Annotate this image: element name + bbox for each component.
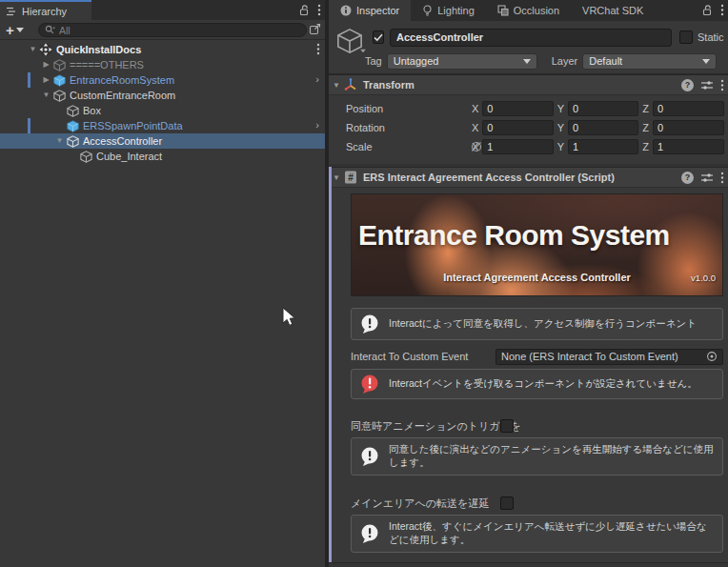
axis-y-label[interactable]: Y <box>557 141 564 152</box>
inspector-tabbar: Inspector Lighting Occlusion VRChat SDK <box>329 0 728 21</box>
presets-icon[interactable] <box>700 172 714 184</box>
expander-icon[interactable]: ▶ <box>40 57 52 72</box>
gameobject-name-input[interactable] <box>390 29 672 47</box>
axis-z-label[interactable]: Z <box>642 103 649 114</box>
cube-icon <box>52 90 66 102</box>
hierarchy-item-others[interactable]: ▶ =====OTHERS <box>0 57 325 72</box>
scale-y-input[interactable] <box>568 139 638 154</box>
transform-title: Transform <box>363 79 415 91</box>
transform-header[interactable]: ▼ Transform ? <box>329 74 728 95</box>
gameobject-cube-icon[interactable] <box>336 28 363 54</box>
tab-lighting[interactable]: Lighting <box>411 0 486 21</box>
hierarchy-item-quickinstalldocs[interactable]: ▼ QuickInstallDocs <box>0 42 325 57</box>
kebab-menu-icon[interactable] <box>720 172 724 184</box>
position-row: Position X Y Z <box>329 99 728 118</box>
chevron-down-icon <box>702 59 710 64</box>
tab-occlusion[interactable]: Occlusion <box>486 0 571 21</box>
inspector-panel: Inspector Lighting Occlusion VRChat SDK <box>329 0 728 567</box>
kebab-menu-icon[interactable] <box>316 43 320 55</box>
axis-x-label[interactable]: X <box>472 122 478 133</box>
lock-icon[interactable] <box>299 5 310 16</box>
trigger-label: 同意時アニメーションのトリガーを <box>351 419 521 434</box>
popout-search-icon[interactable] <box>309 23 321 35</box>
hierarchy-item-customentranceroom[interactable]: ▼ CustomEntranceRoom <box>0 88 325 103</box>
banner-version: v1.0.0 <box>691 273 716 283</box>
object-picker-icon[interactable] <box>706 351 718 362</box>
info-bubble-icon <box>359 446 380 467</box>
expander-icon[interactable]: ▼ <box>27 42 39 57</box>
rotation-z-input[interactable] <box>653 120 724 135</box>
tab-occlusion-label: Occlusion <box>514 5 559 16</box>
cube-icon <box>79 151 92 163</box>
error-text: Interactイベントを受け取るコンポーネントが設定されていません。 <box>389 377 698 391</box>
presets-icon[interactable] <box>700 79 714 91</box>
rotation-y-input[interactable] <box>568 120 638 135</box>
position-x-input[interactable] <box>482 101 553 116</box>
kebab-menu-icon[interactable] <box>720 4 724 16</box>
rotation-label[interactable]: Rotation <box>346 122 472 133</box>
hierarchy-item-box[interactable]: Box <box>0 103 325 118</box>
tab-hierarchy[interactable]: Hierarchy <box>0 0 91 20</box>
prefab-cube-icon <box>66 120 79 132</box>
axis-z-label[interactable]: Z <box>642 141 649 152</box>
search-input[interactable] <box>59 25 300 36</box>
expander-icon[interactable]: ▶ <box>40 72 52 88</box>
event-object-field[interactable]: None (ERS Interact To Custom Event) <box>495 349 723 365</box>
intro-help-text: Interactによって同意を取得し、アクセス制御を行うコンポーネント <box>389 317 697 331</box>
hierarchy-item-ersspawnpointdata[interactable]: ERSSpawnPointData › <box>0 118 325 133</box>
tab-inspector[interactable]: Inspector <box>329 0 411 21</box>
prefab-open-chevron-icon[interactable]: › <box>315 119 319 131</box>
link-broken-icon[interactable] <box>470 140 483 153</box>
position-label[interactable]: Position <box>346 103 472 114</box>
hierarchy-search[interactable] <box>38 23 307 37</box>
position-z-input[interactable] <box>653 101 724 116</box>
prefab-open-chevron-icon[interactable]: › <box>315 73 319 85</box>
scale-label[interactable]: Scale <box>346 141 472 152</box>
info-bubble-icon <box>359 314 380 334</box>
trigger-checkbox[interactable] <box>500 419 514 433</box>
script-header[interactable]: ▼ # ERS Interact Agreement Access Contro… <box>329 167 728 188</box>
axis-z-label[interactable]: Z <box>642 122 649 133</box>
layer-dropdown[interactable]: Default <box>582 53 717 70</box>
kebab-menu-icon[interactable] <box>720 79 724 91</box>
scale-row: Scale X Y Z <box>329 137 728 156</box>
prefab-cube-icon <box>52 74 66 87</box>
axis-y-label[interactable]: Y <box>557 103 564 114</box>
tag-label: Tag <box>365 55 382 67</box>
cube-icon <box>66 105 79 117</box>
inspector-footer <box>329 563 728 567</box>
tag-dropdown[interactable]: Untagged <box>387 53 537 70</box>
expander-icon[interactable]: ▼ <box>53 133 66 149</box>
delay-toggle-row: メインエリアへの転送を遅延 <box>351 496 723 511</box>
expander-icon[interactable]: ▼ <box>40 88 52 103</box>
scale-z-input[interactable] <box>653 139 724 154</box>
lock-icon[interactable] <box>702 5 713 16</box>
event-field-label: Interact To Custom Event <box>351 351 495 362</box>
delay-label: メインエリアへの転送を遅延 <box>351 496 489 511</box>
position-y-input[interactable] <box>568 101 638 116</box>
delay-checkbox[interactable] <box>500 496 514 510</box>
cube-icon <box>66 135 79 148</box>
hierarchy-item-entranceroomsystem[interactable]: ▶ EntranceRoomSystem › <box>0 72 325 88</box>
banner-title: Entrance Room System <box>358 219 723 252</box>
cube-icon <box>52 59 66 71</box>
active-checkbox[interactable] <box>373 30 384 44</box>
scale-x-input[interactable] <box>482 139 553 154</box>
tab-vrchat-sdk[interactable]: VRChat SDK <box>571 0 655 21</box>
prefab-override-bar <box>28 72 30 88</box>
hierarchy-item-accesscontroller[interactable]: ▼ AccessController <box>0 133 325 149</box>
static-checkbox[interactable] <box>679 30 693 44</box>
help-icon[interactable]: ? <box>681 79 694 91</box>
scene-gizmo-icon <box>39 43 52 56</box>
rotation-x-input[interactable] <box>482 120 553 135</box>
foldout-icon[interactable]: ▼ <box>333 81 344 90</box>
foldout-icon[interactable]: ▼ <box>333 173 344 182</box>
kebab-menu-icon[interactable] <box>317 4 321 16</box>
tag-value: Untagged <box>394 55 439 67</box>
help-icon[interactable]: ? <box>681 172 694 184</box>
create-object-button[interactable]: + <box>6 23 24 37</box>
axis-y-label[interactable]: Y <box>557 122 564 133</box>
axis-x-label[interactable]: X <box>472 103 478 114</box>
layer-value: Default <box>589 55 622 67</box>
hierarchy-item-cube-interact[interactable]: Cube_Interact <box>0 149 325 164</box>
